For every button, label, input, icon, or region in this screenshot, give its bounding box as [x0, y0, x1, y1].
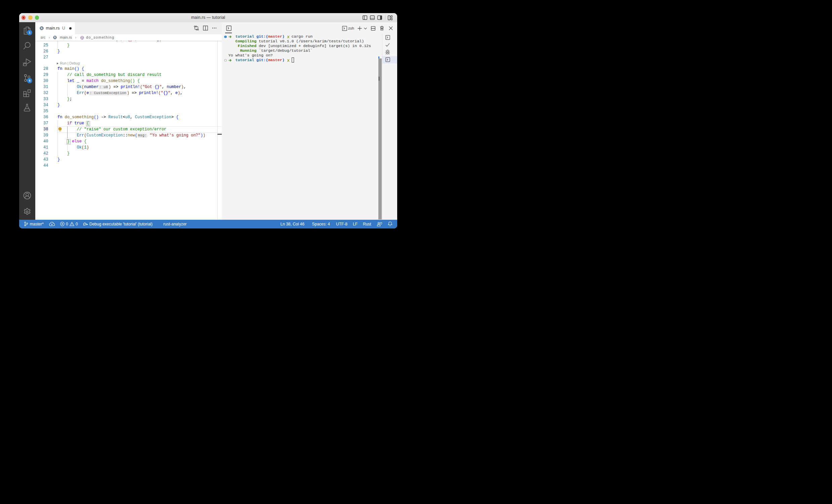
svg-text:R: R	[54, 36, 56, 39]
svg-text:R: R	[40, 27, 43, 30]
